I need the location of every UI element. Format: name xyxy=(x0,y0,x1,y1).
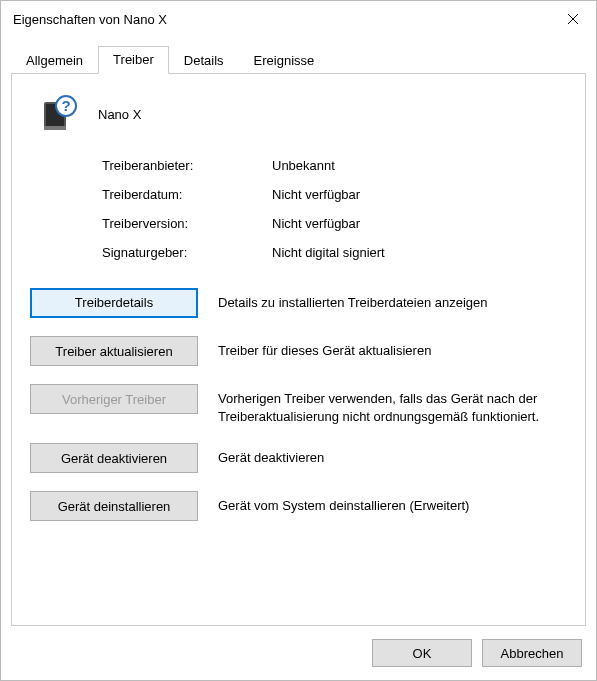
row-update-driver: Treiber aktualisieren Treiber für dieses… xyxy=(30,336,567,366)
driver-details-desc: Details zu installierten Treiberdateien … xyxy=(218,288,567,312)
device-name: Nano X xyxy=(98,107,141,122)
titlebar: Eigenschaften von Nano X xyxy=(1,1,596,37)
svg-rect-4 xyxy=(44,126,66,130)
version-value: Nicht verfügbar xyxy=(272,216,567,231)
close-button[interactable] xyxy=(550,1,596,37)
device-unknown-icon: ? xyxy=(36,92,80,136)
driver-info-grid: Treiberanbieter: Unbekannt Treiberdatum:… xyxy=(102,158,567,260)
tab-general[interactable]: Allgemein xyxy=(11,47,98,74)
content-area: Allgemein Treiber Details Ereignisse ? N… xyxy=(1,37,596,626)
disable-device-button[interactable]: Gerät deaktivieren xyxy=(30,443,198,473)
properties-dialog: Eigenschaften von Nano X Allgemein Treib… xyxy=(0,0,597,681)
update-driver-desc: Treiber für dieses Gerät aktualisieren xyxy=(218,336,567,360)
provider-value: Unbekannt xyxy=(272,158,567,173)
tab-strip: Allgemein Treiber Details Ereignisse xyxy=(11,45,586,73)
dialog-footer: OK Abbrechen xyxy=(1,626,596,680)
update-driver-button[interactable]: Treiber aktualisieren xyxy=(30,336,198,366)
svg-text:?: ? xyxy=(61,97,70,114)
provider-label: Treiberanbieter: xyxy=(102,158,242,173)
signer-value: Nicht digital signiert xyxy=(272,245,567,260)
disable-device-desc: Gerät deaktivieren xyxy=(218,443,567,467)
tab-details[interactable]: Details xyxy=(169,47,239,74)
driver-details-button[interactable]: Treiberdetails xyxy=(30,288,198,318)
uninstall-device-button[interactable]: Gerät deinstallieren xyxy=(30,491,198,521)
uninstall-device-desc: Gerät vom System deinstallieren (Erweite… xyxy=(218,491,567,515)
window-title: Eigenschaften von Nano X xyxy=(13,12,550,27)
rollback-driver-desc: Vorherigen Treiber verwenden, falls das … xyxy=(218,384,567,425)
tab-driver[interactable]: Treiber xyxy=(98,46,169,74)
action-buttons-area: Treiberdetails Details zu installierten … xyxy=(30,288,567,521)
row-rollback-driver: Vorheriger Treiber Vorherigen Treiber ve… xyxy=(30,384,567,425)
ok-button[interactable]: OK xyxy=(372,639,472,667)
rollback-driver-button: Vorheriger Treiber xyxy=(30,384,198,414)
tab-events[interactable]: Ereignisse xyxy=(239,47,330,74)
device-header: ? Nano X xyxy=(36,92,567,136)
close-icon xyxy=(567,13,579,25)
date-label: Treiberdatum: xyxy=(102,187,242,202)
tab-page-driver: ? Nano X Treiberanbieter: Unbekannt Trei… xyxy=(11,73,586,626)
signer-label: Signaturgeber: xyxy=(102,245,242,260)
row-disable-device: Gerät deaktivieren Gerät deaktivieren xyxy=(30,443,567,473)
row-driver-details: Treiberdetails Details zu installierten … xyxy=(30,288,567,318)
date-value: Nicht verfügbar xyxy=(272,187,567,202)
cancel-button[interactable]: Abbrechen xyxy=(482,639,582,667)
row-uninstall-device: Gerät deinstallieren Gerät vom System de… xyxy=(30,491,567,521)
version-label: Treiberversion: xyxy=(102,216,242,231)
